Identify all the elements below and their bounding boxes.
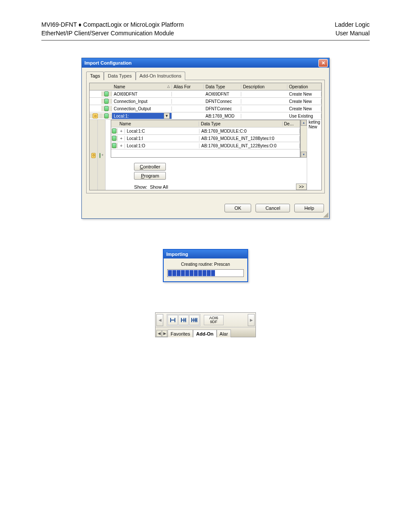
tab-scroll-right-icon[interactable]: ▶ bbox=[162, 330, 167, 337]
scroll-down-icon[interactable]: ▾ bbox=[301, 152, 307, 158]
list-item[interactable]: + Local:1:C AB:1769_MODULE:C:0 bbox=[111, 128, 300, 135]
progress-title: Importing bbox=[166, 252, 246, 257]
expand-button[interactable]: >> bbox=[296, 184, 307, 190]
tag-icon bbox=[112, 136, 116, 141]
tab-add-on-instructions[interactable]: Add-On Instructions bbox=[136, 72, 185, 80]
sub-grid: Name Data Type De… + Local:1:C AB:1769_M… bbox=[111, 120, 300, 158]
dialog-title: Import Configuration bbox=[84, 60, 318, 65]
op-truncated: keting bbox=[308, 120, 320, 124]
help-button[interactable]: Help bbox=[294, 204, 324, 212]
controller-button[interactable]: Controller bbox=[134, 163, 166, 171]
importing-dialog: Importing Creating routine: Prescan bbox=[163, 249, 248, 282]
tags-grid: Name△ Alias For Data Type Description Op… bbox=[89, 83, 322, 190]
progress-bar bbox=[167, 269, 244, 277]
col-desc[interactable]: Description bbox=[241, 84, 287, 89]
close-icon[interactable]: ✕ bbox=[318, 59, 328, 67]
table-row[interactable]: AOI69DFNT AOI69DFNT Create New bbox=[90, 90, 321, 98]
branch-level-icon[interactable] bbox=[189, 315, 199, 325]
svg-rect-2 bbox=[170, 320, 175, 320]
col-type[interactable]: Data Type bbox=[204, 84, 241, 89]
header-right-line1: Ladder Logic bbox=[335, 21, 370, 29]
table-row[interactable]: Connection_Output DFNTConnec Create New bbox=[90, 105, 321, 112]
tab-alar[interactable]: Alar bbox=[217, 330, 231, 337]
tab-add-on[interactable]: Add-On bbox=[193, 330, 216, 337]
sub-col-de[interactable]: De… bbox=[283, 121, 300, 126]
tag-icon bbox=[100, 153, 100, 158]
tag-icon bbox=[112, 143, 116, 148]
sub-col-type[interactable]: Data Type bbox=[199, 121, 283, 126]
cancel-button[interactable]: Cancel bbox=[255, 204, 290, 212]
tab-favorites[interactable]: Favorites bbox=[168, 330, 193, 337]
col-name[interactable]: Name bbox=[114, 84, 125, 89]
svg-rect-11 bbox=[191, 320, 197, 320]
tag-icon bbox=[104, 99, 109, 104]
expand-icon[interactable]: + bbox=[120, 143, 122, 148]
sub-col-name[interactable]: Name bbox=[118, 121, 199, 126]
progress-message: Creating routine: Prescan bbox=[167, 262, 244, 267]
tag-icon bbox=[104, 106, 109, 111]
rung-icon[interactable] bbox=[168, 315, 178, 325]
header-left-line2: EtherNet/IP Client/Server Communication … bbox=[41, 29, 184, 38]
expand-icon[interactable]: + bbox=[120, 136, 122, 141]
table-row[interactable]: Local:1: ▼ AB:1769_MOD Use Existing bbox=[90, 112, 321, 120]
table-row[interactable]: Connection_Input DFNTConnec Create New bbox=[90, 98, 321, 105]
scroll-up-icon[interactable]: ▴ bbox=[301, 120, 307, 126]
tag-icon bbox=[104, 91, 109, 96]
list-item[interactable]: + Local:1:I AB:1769_MODULE_INT_128Bytes:… bbox=[111, 135, 300, 142]
ok-button[interactable]: OK bbox=[224, 204, 251, 212]
svg-rect-6 bbox=[181, 320, 186, 320]
op-truncated: New bbox=[308, 124, 320, 129]
instruction-toolbar: ◀ AOI6 9DF ▶ ◀ ▶ Favor bbox=[155, 312, 256, 337]
branch-icon[interactable] bbox=[178, 315, 189, 325]
tag-icon bbox=[112, 128, 116, 134]
page-header: MVI69-DFNT ♦ CompactLogix or MicroLogix … bbox=[41, 21, 370, 40]
show-label: Show: bbox=[134, 184, 147, 190]
list-item[interactable]: + Local:1:O AB:1769_MODULE_INT_122Bytes:… bbox=[111, 142, 300, 149]
expand-icon[interactable]: + bbox=[120, 129, 122, 134]
col-alias[interactable]: Alias For bbox=[172, 84, 204, 89]
lock-icon bbox=[91, 153, 96, 158]
nav-right-icon[interactable]: ▶ bbox=[248, 314, 255, 326]
program-button[interactable]: Program bbox=[134, 172, 166, 180]
show-value: Show All bbox=[150, 184, 168, 190]
tab-data-types[interactable]: Data Types bbox=[104, 72, 135, 80]
lock-icon bbox=[93, 113, 98, 118]
col-op[interactable]: Operation bbox=[287, 84, 321, 89]
import-configuration-dialog: Import Configuration ✕ Tags Data Types A… bbox=[81, 58, 330, 219]
tag-icon bbox=[104, 113, 109, 118]
header-left-line1: MVI69-DFNT ♦ CompactLogix or MicroLogix … bbox=[41, 21, 184, 29]
dropdown-icon[interactable]: ▼ bbox=[164, 113, 170, 119]
nav-left-icon[interactable]: ◀ bbox=[156, 314, 163, 326]
header-right-line2: User Manual bbox=[335, 29, 370, 38]
aoi-block-button[interactable]: AOI6 9DF bbox=[204, 315, 224, 325]
tab-scroll-left-icon[interactable]: ◀ bbox=[156, 330, 162, 337]
tab-tags[interactable]: Tags bbox=[86, 72, 104, 80]
